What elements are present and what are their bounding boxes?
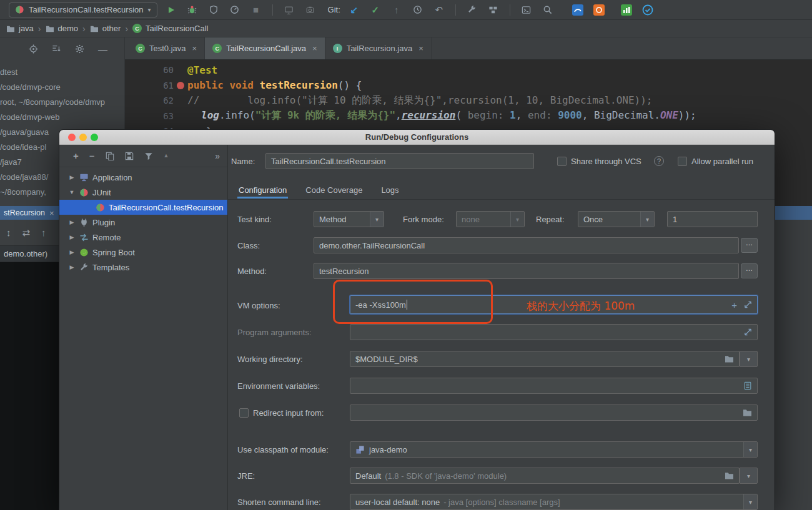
project-tree-item[interactable]: root, ~/8company/code/dmvp bbox=[0, 95, 124, 110]
breadcrumb-item[interactable]: CTailRecursionCall bbox=[132, 24, 208, 33]
config-tree-item[interactable]: ▶Plugin bbox=[59, 215, 227, 230]
tree-arrow-icon[interactable]: ▶ bbox=[68, 264, 76, 270]
move-up-button[interactable]: ▲ bbox=[164, 153, 169, 159]
vcs-rollback-button[interactable]: ↶ bbox=[432, 2, 447, 17]
allow-parallel-checkbox[interactable] bbox=[678, 157, 687, 166]
close-icon[interactable]: × bbox=[49, 208, 54, 218]
config-tree-item[interactable]: ▶Templates bbox=[59, 260, 227, 275]
settings-wrench-button[interactable] bbox=[465, 2, 480, 17]
add-icon[interactable]: + bbox=[731, 300, 737, 310]
save-config-button[interactable] bbox=[125, 152, 134, 160]
share-vcs-checkbox[interactable] bbox=[557, 157, 567, 166]
locate-target-icon[interactable] bbox=[29, 44, 38, 54]
vm-options-input[interactable]: -ea -Xss100m + bbox=[350, 295, 758, 314]
swap-icon[interactable]: ⇄ bbox=[22, 227, 31, 238]
close-icon[interactable]: × bbox=[418, 44, 423, 53]
config-tree-item[interactable]: ▼JUnit bbox=[59, 185, 227, 200]
test-kind-select[interactable]: Method ▾ bbox=[314, 211, 384, 227]
class-input[interactable]: demo.other.TailRecursionCall bbox=[314, 237, 739, 253]
run-button[interactable] bbox=[164, 2, 179, 17]
attach-debugger-button[interactable] bbox=[282, 2, 297, 17]
method-input[interactable]: testRecursion bbox=[314, 263, 739, 279]
breadcrumb-item[interactable]: demo bbox=[46, 24, 79, 33]
plugin-check-button[interactable] bbox=[640, 2, 655, 17]
edit-defaults-button[interactable] bbox=[144, 152, 153, 160]
plugin-blue-button[interactable] bbox=[570, 2, 585, 17]
env-list-icon[interactable] bbox=[743, 381, 752, 390]
run-config-selector[interactable]: TailRecursionCall.testRecursion ▾ bbox=[9, 2, 157, 17]
copy-config-button[interactable] bbox=[106, 152, 114, 160]
folder-icon[interactable] bbox=[725, 472, 734, 480]
coverage-button[interactable] bbox=[206, 2, 221, 17]
fork-mode-select[interactable]: none ▾ bbox=[456, 211, 525, 227]
tab-logs[interactable]: Logs bbox=[380, 181, 400, 199]
breadcrumb-item[interactable]: java bbox=[6, 24, 34, 33]
folder-icon[interactable] bbox=[725, 355, 734, 363]
gear-icon[interactable] bbox=[75, 44, 84, 54]
test-failed-icon[interactable] bbox=[177, 82, 184, 89]
sort-icon[interactable] bbox=[52, 44, 61, 53]
close-icon[interactable]: × bbox=[192, 44, 197, 53]
class-browse-button[interactable]: ... bbox=[741, 238, 758, 253]
jre-select[interactable]: Default (1.8 - SDK of 'java-demo' module… bbox=[350, 468, 740, 484]
plugin-stats-button[interactable] bbox=[619, 2, 634, 17]
name-input[interactable]: TailRecursionCall.testRecursion bbox=[265, 153, 534, 169]
config-tree-item[interactable]: ▶Application bbox=[59, 170, 227, 185]
config-tree-item[interactable]: TailRecursionCall.testRecursion bbox=[59, 200, 227, 215]
code-area[interactable]: 60@Test61public void testRecursion() {62… bbox=[125, 60, 812, 139]
run-tab[interactable]: stRecursion × bbox=[0, 208, 58, 218]
breadcrumb-item[interactable]: other bbox=[90, 24, 121, 33]
project-tree-item[interactable]: /code/dmvp-core bbox=[0, 80, 124, 95]
help-icon[interactable]: ? bbox=[654, 156, 664, 166]
redirect-input-checkbox[interactable] bbox=[239, 408, 249, 418]
working-dir-dropdown-button[interactable]: ▾ bbox=[740, 351, 758, 367]
terminal-button[interactable] bbox=[519, 2, 534, 17]
folder-icon[interactable] bbox=[743, 409, 752, 417]
repeat-select[interactable]: Once ▾ bbox=[578, 211, 655, 227]
shorten-cmd-select[interactable]: user-local default: none - java [options… bbox=[350, 494, 758, 510]
plugin-orange-button[interactable] bbox=[592, 2, 607, 17]
more-chevrons-icon[interactable]: » bbox=[215, 151, 220, 161]
close-icon[interactable]: × bbox=[312, 44, 317, 53]
config-tree-item[interactable]: ▶Spring Boot bbox=[59, 245, 227, 260]
vcs-update-button[interactable]: ↙ bbox=[347, 2, 362, 17]
stop-button[interactable]: ■ bbox=[249, 2, 264, 17]
collapse-all-icon[interactable]: — bbox=[98, 44, 107, 54]
scroll-updown-icon[interactable]: ↕ bbox=[6, 227, 11, 238]
vcs-push-button[interactable]: ↑ bbox=[389, 2, 404, 17]
config-tree-item[interactable]: ▶Remote bbox=[59, 230, 227, 245]
program-args-input[interactable] bbox=[350, 324, 758, 340]
editor-tab[interactable]: ITailRecursion.java× bbox=[325, 37, 432, 59]
editor-tab[interactable]: CTest0.java× bbox=[128, 37, 205, 59]
profiler-button[interactable] bbox=[227, 2, 242, 17]
env-vars-input[interactable] bbox=[350, 378, 758, 394]
vcs-history-button[interactable] bbox=[410, 2, 425, 17]
vcs-commit-button[interactable]: ✓ bbox=[368, 2, 383, 17]
debug-button[interactable] bbox=[185, 2, 200, 17]
repeat-count-input[interactable]: 1 bbox=[667, 211, 758, 227]
expand-field-icon[interactable] bbox=[744, 301, 752, 309]
dump-threads-button[interactable] bbox=[303, 2, 318, 17]
add-config-button[interactable]: + bbox=[73, 151, 79, 160]
gutter-run-marker[interactable] bbox=[174, 82, 187, 89]
tree-arrow-icon[interactable]: ▶ bbox=[68, 174, 76, 180]
project-tree-item[interactable]: /code/dmvp-web bbox=[0, 110, 124, 125]
method-browse-button[interactable]: ... bbox=[741, 263, 758, 278]
redirect-input-field[interactable] bbox=[350, 405, 758, 421]
tree-arrow-icon[interactable]: ▶ bbox=[68, 234, 76, 240]
tree-arrow-icon[interactable]: ▶ bbox=[68, 249, 76, 255]
tab-configuration[interactable]: Configuration bbox=[237, 181, 288, 199]
project-tree-item[interactable]: dtest bbox=[0, 65, 124, 80]
tree-arrow-icon[interactable]: ▶ bbox=[68, 219, 76, 225]
remove-config-button[interactable]: − bbox=[89, 151, 95, 160]
jre-dropdown-button[interactable]: ▾ bbox=[740, 468, 758, 484]
arrow-up-icon[interactable]: ↑ bbox=[41, 227, 46, 238]
project-structure-button[interactable] bbox=[486, 2, 501, 17]
search-everywhere-button[interactable] bbox=[540, 2, 555, 17]
classpath-select[interactable]: java-demo ▾ bbox=[350, 441, 758, 458]
expand-field-icon[interactable] bbox=[744, 328, 752, 336]
working-dir-input[interactable]: $MODULE_DIR$ bbox=[350, 351, 740, 367]
editor-tab[interactable]: CTailRecursionCall.java× bbox=[205, 37, 325, 59]
tree-arrow-icon[interactable]: ▼ bbox=[68, 189, 76, 195]
tab-code-coverage[interactable]: Code Coverage bbox=[304, 181, 364, 199]
